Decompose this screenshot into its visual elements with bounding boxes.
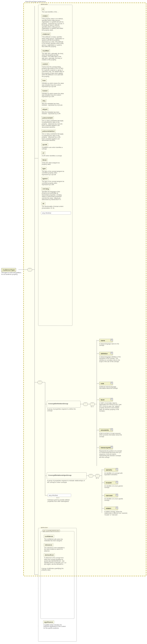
sequence-connector: [28, 268, 32, 272]
element-remoteInfo: remoteInfo+: [99, 428, 113, 432]
quantify-grp-label: grp quantifyAttributes: [42, 530, 60, 532]
concept-def-group-title: ConceptDefinitionGroup: [47, 401, 80, 406]
element-sameAs: sameAs+: [104, 468, 118, 472]
attr-custom: custom: [41, 62, 49, 66]
expand-icon[interactable]: +: [111, 382, 113, 384]
attr-desc: If the attribute is empty, specifies whi…: [41, 36, 65, 48]
choice-connector: [90, 402, 95, 406]
connector-line: [35, 574, 38, 575]
expand-icon[interactable]: +: [116, 468, 118, 470]
concept-def-group-desc: A group of properties required to define…: [47, 408, 79, 412]
attr-modified: modified: [41, 49, 50, 52]
quantify-grp-desc: A group of attributes quantifying the pr…: [41, 567, 65, 572]
attr-howuri: howuri: [41, 89, 49, 92]
expand-icon[interactable]: +: [116, 506, 118, 509]
connector-line: [45, 476, 47, 476]
attr-significance: significance: [43, 620, 54, 624]
element-desc: Represents the position of a concept in …: [99, 450, 123, 458]
attr-desc: Indicates by which means the value was e…: [41, 93, 65, 99]
element-facet: facet+: [99, 398, 113, 402]
element-hierarchyInfo: hierarchyInfo+: [99, 446, 113, 450]
connector-line: [97, 400, 99, 400]
concept-rel-group-desc: A group of properties required to indica…: [47, 480, 86, 484]
expand-icon[interactable]: +: [111, 339, 113, 341]
attr-desc: The type of the concept assigned as cont…: [41, 180, 65, 186]
sequence-connector: [88, 474, 93, 478]
attr-desc: A URI which identifies a concept.: [41, 155, 65, 158]
sequence-connector: [83, 402, 88, 406]
concept-rel-group-title: ConceptRelationshipsGroup: [47, 472, 86, 478]
attr-creator: creator: [41, 14, 49, 18]
expand-icon[interactable]: +: [111, 352, 113, 354]
attr-desc: The local identifier of the …: [41, 11, 65, 14]
occurrence: 0..∞: [96, 478, 99, 479]
element-definition: definition+: [99, 352, 113, 356]
attr-how: how: [41, 79, 47, 82]
element-name: name+: [99, 339, 113, 342]
concept-def-group-box: ConceptDefinitionGroup: [47, 401, 81, 408]
element-desc: Additional natural language information …: [99, 386, 123, 389]
root-type: AudienceType: [1, 268, 16, 272]
attr-creatoruri: creatoruri: [41, 32, 51, 36]
connector-line: [102, 470, 104, 470]
connector-line: [94, 404, 97, 404]
connector-line: [80, 404, 83, 404]
connector-line: [45, 404, 47, 404]
connector-line: [42, 382, 45, 382]
attr-xml-lang: xml:lang: [41, 187, 50, 190]
attr-whyuri: whyuri: [41, 108, 48, 111]
connector-line: [32, 270, 35, 270]
any-other-element: any ##other: [48, 494, 71, 497]
expand-icon[interactable]: +: [116, 481, 118, 483]
connector-line: [97, 384, 99, 384]
connector-line: [45, 382, 45, 496]
connector-line: [97, 340, 99, 341]
connector-line: [35, 382, 38, 382]
occurrence: 0..∞: [57, 497, 80, 498]
element-desc: A natural language definition of the sem…: [99, 356, 123, 362]
attr-type: type: [41, 167, 47, 170]
element-broader: broader+: [104, 481, 118, 484]
connector-line: [97, 340, 97, 466]
expand-icon[interactable]: +: [111, 446, 113, 448]
attr-relevance: relevance: [44, 543, 53, 546]
attr-desc: If set to true the corresponding propert…: [41, 66, 65, 78]
connector-line: [100, 476, 102, 476]
root-desc: The type to cover all qualifiers for an …: [1, 272, 23, 276]
connector-line: [102, 508, 104, 508]
element-desc: An identifier of a more specific concept…: [104, 498, 128, 501]
concept-rel-group-box: ConceptRelationshipsGroup: [47, 472, 87, 479]
quantify-attributes-title: attributes: [40, 527, 48, 528]
element-desc: An identifier of a more generic concept.: [104, 485, 128, 488]
expand-icon[interactable]: +: [116, 494, 118, 496]
sequence-connector: [38, 381, 42, 384]
expand-icon[interactable]: +: [111, 428, 113, 431]
choice-connector: [95, 474, 100, 478]
attr-derivedfrom: derivedfrom: [44, 553, 55, 556]
connector-line: [97, 448, 99, 448]
attr-why: why: [41, 99, 47, 102]
attributes-title: attributes: [40, 4, 48, 5]
expand-icon[interactable]: +: [111, 398, 113, 400]
attr-desc: A free-text value assigned as property v…: [41, 162, 65, 166]
any-other-attr: any ##other: [41, 212, 71, 214]
element-desc: An identifier of a concept with equivale…: [104, 472, 128, 476]
attr-desc: A qualified code which identifies a conc…: [41, 147, 65, 151]
extension-label: Flex1PropType (extension): [25, 1, 47, 2]
connector-line: [102, 496, 104, 496]
attr-desc: Indicates by which means the value was e…: [41, 82, 65, 88]
attr-desc: The confidence with which the metadata h…: [43, 538, 68, 543]
attr-pubconstraint: pubconstraint: [41, 116, 54, 120]
connector-line: [45, 496, 48, 496]
element-desc: In NAR 1.8 and later, facet is deprecate…: [99, 402, 123, 412]
attr-uri: uri: [41, 151, 45, 154]
connector-line: [35, 158, 38, 158]
attr-desc: A reference to the concept from which th…: [43, 557, 68, 566]
attr-desc: If the property value is not defined, sp…: [41, 18, 65, 32]
attr-id: id: [41, 8, 45, 11]
attr-desc: One or many constraints that apply to pu…: [41, 120, 65, 129]
attr-desc: The type of the concept assigned as cont…: [41, 170, 65, 176]
attr-desc: The directionality of textual content (e…: [41, 206, 65, 210]
attr-dir: dir: [41, 202, 45, 205]
connector-line: [35, 6, 35, 574]
